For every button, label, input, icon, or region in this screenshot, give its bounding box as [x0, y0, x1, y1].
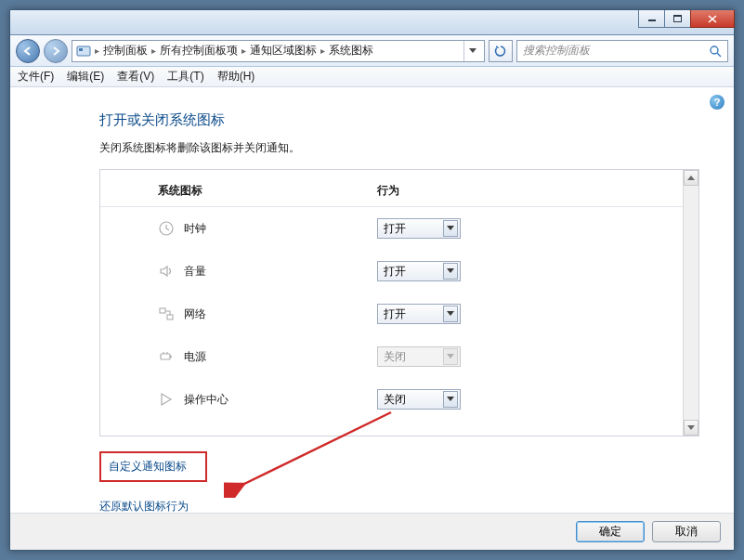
chevron-down-icon	[443, 220, 458, 237]
menu-edit[interactable]: 编辑(E)	[67, 69, 104, 85]
customize-notification-icons-link[interactable]: 自定义通知图标	[99, 451, 207, 482]
menubar: 文件(F) 编辑(E) 查看(V) 工具(T) 帮助(H)	[10, 67, 734, 87]
scroll-up-button[interactable]	[684, 170, 698, 186]
window: ▸ 控制面板 ▸ 所有控制面板项 ▸ 通知区域图标 ▸ 系统图标 搜索控制面板 …	[9, 9, 735, 551]
menu-help[interactable]: 帮助(H)	[217, 69, 255, 85]
links-section: 自定义通知图标 还原默认图标行为	[99, 451, 721, 513]
dropdown-value: 打开	[384, 221, 406, 237]
table-header: 系统图标 行为	[100, 170, 683, 207]
search-placeholder: 搜索控制面板	[523, 43, 590, 59]
address-bar[interactable]: ▸ 控制面板 ▸ 所有控制面板项 ▸ 通知区域图标 ▸ 系统图标	[72, 40, 485, 62]
chevron-down-icon	[687, 425, 695, 431]
maximize-icon	[673, 15, 683, 23]
svg-rect-10	[170, 356, 172, 358]
row-label: 音量	[184, 264, 377, 280]
minimize-icon	[647, 15, 657, 22]
network-icon	[158, 306, 184, 322]
back-arrow-icon	[22, 46, 33, 57]
volume-icon	[158, 263, 184, 280]
svg-rect-4	[79, 48, 83, 51]
breadcrumb-item[interactable]: 系统图标	[329, 43, 373, 59]
content-area: ? 打开或关闭系统图标 关闭系统图标将删除该图标并关闭通知。 系统图标 行为 时…	[10, 87, 734, 513]
chevron-down-icon	[469, 48, 476, 54]
restore-default-behavior-link[interactable]: 还原默认图标行为	[99, 499, 189, 513]
dropdown-value: 打开	[384, 306, 406, 322]
close-button[interactable]	[690, 10, 735, 28]
breadcrumb-item[interactable]: 所有控制面板项	[160, 43, 238, 59]
chevron-right-icon: ▸	[319, 46, 327, 56]
row-label: 网络	[184, 306, 377, 322]
control-panel-icon	[76, 44, 91, 59]
behavior-dropdown-action-center[interactable]: 关闭	[377, 389, 461, 410]
address-dropdown[interactable]	[463, 41, 480, 61]
help-icon[interactable]: ?	[710, 95, 724, 110]
menu-tools[interactable]: 工具(T)	[167, 69, 203, 85]
minimize-button[interactable]	[638, 10, 665, 28]
system-icons-table: 系统图标 行为 时钟 打开 音量	[99, 169, 699, 436]
ok-button[interactable]: 确定	[576, 521, 645, 542]
table-row: 时钟 打开	[100, 207, 683, 250]
column-system-icon: 系统图标	[158, 183, 377, 199]
svg-rect-8	[167, 315, 173, 319]
table-row: 操作中心 关闭	[100, 378, 683, 421]
footer: 确定 取消	[10, 513, 734, 550]
search-input[interactable]: 搜索控制面板	[516, 40, 728, 62]
chevron-down-icon	[443, 263, 458, 280]
clock-icon	[158, 220, 184, 237]
menu-file[interactable]: 文件(F)	[18, 69, 54, 85]
page-title: 打开或关闭系统图标	[99, 111, 721, 129]
chevron-right-icon: ▸	[240, 46, 248, 56]
titlebar	[10, 10, 734, 35]
refresh-button[interactable]	[489, 40, 513, 62]
row-label: 时钟	[184, 221, 377, 237]
breadcrumb-item[interactable]: 通知区域图标	[250, 43, 317, 59]
menu-view[interactable]: 查看(V)	[117, 69, 154, 85]
svg-rect-2	[673, 15, 682, 17]
behavior-dropdown-clock[interactable]: 打开	[377, 218, 461, 239]
chevron-down-icon	[443, 348, 458, 365]
cancel-button[interactable]: 取消	[652, 521, 721, 542]
dropdown-value: 打开	[384, 264, 406, 280]
scroll-down-button[interactable]	[684, 420, 698, 436]
forward-button[interactable]	[44, 39, 68, 63]
page-subtext: 关闭系统图标将删除该图标并关闭通知。	[99, 140, 721, 156]
svg-rect-7	[160, 308, 165, 313]
maximize-button[interactable]	[664, 10, 691, 28]
svg-rect-9	[161, 354, 170, 359]
table-row: 电源 关闭	[100, 335, 683, 378]
chevron-down-icon	[443, 306, 458, 322]
scrollbar[interactable]	[683, 170, 698, 436]
behavior-dropdown-power: 关闭	[377, 346, 461, 367]
chevron-right-icon: ▸	[93, 46, 101, 56]
search-icon	[709, 45, 722, 58]
svg-point-5	[711, 46, 718, 54]
dropdown-value: 关闭	[384, 349, 406, 365]
table-row: 网络 打开	[100, 293, 683, 335]
behavior-dropdown-network[interactable]: 打开	[377, 304, 461, 324]
action-center-icon	[158, 391, 184, 408]
close-icon	[708, 15, 717, 23]
chevron-down-icon	[443, 391, 458, 408]
forward-arrow-icon	[50, 46, 61, 57]
column-behavior: 行为	[377, 183, 516, 199]
behavior-dropdown-volume[interactable]: 打开	[377, 261, 461, 281]
chevron-up-icon	[687, 176, 695, 181]
back-button[interactable]	[16, 39, 40, 63]
navbar: ▸ 控制面板 ▸ 所有控制面板项 ▸ 通知区域图标 ▸ 系统图标 搜索控制面板	[10, 35, 734, 67]
chevron-right-icon: ▸	[150, 46, 158, 56]
breadcrumb-item[interactable]: 控制面板	[103, 43, 148, 59]
power-icon	[158, 348, 184, 365]
refresh-icon	[494, 45, 507, 58]
row-label: 操作中心	[184, 392, 377, 408]
svg-rect-0	[648, 20, 656, 21]
dropdown-value: 关闭	[384, 392, 406, 408]
table-row: 音量 打开	[100, 250, 683, 293]
row-label: 电源	[184, 349, 377, 365]
